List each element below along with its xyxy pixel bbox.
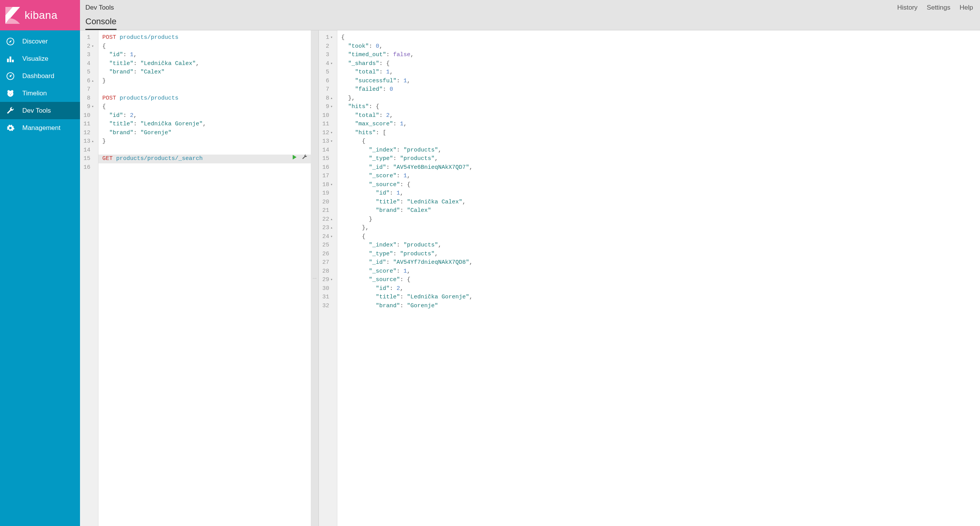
svg-point-5 <box>10 75 11 77</box>
logo[interactable]: kibana <box>0 0 80 30</box>
sidebar-item-dashboard[interactable]: Dashboard <box>0 67 80 85</box>
svg-rect-2 <box>10 57 11 62</box>
request-options-button[interactable] <box>302 154 308 164</box>
svg-point-9 <box>9 93 10 93</box>
help-link[interactable]: Help <box>960 4 973 12</box>
svg-rect-1 <box>7 59 9 62</box>
request-gutter: 12▾3456▴789▾10111213▴141516 <box>80 30 98 526</box>
settings-link[interactable]: Settings <box>927 4 950 12</box>
send-request-button[interactable] <box>292 154 298 164</box>
response-pane: 1▾234▾5678▴9▾101112▾13▾1415161718▾192021… <box>318 30 980 526</box>
sidebar-item-visualize[interactable]: Visualize <box>0 50 80 67</box>
bear-icon <box>5 88 15 98</box>
sidebar-item-label: Discover <box>22 38 48 45</box>
gauge-icon <box>5 71 15 81</box>
sidebar-item-management[interactable]: Management <box>0 119 80 136</box>
sidebar: kibana DiscoverVisualizeDashboardTimelio… <box>0 0 80 526</box>
brand-name: kibana <box>25 9 58 22</box>
kibana-logo-icon <box>5 7 20 24</box>
response-gutter: 1▾234▾5678▴9▾101112▾13▾1415161718▾192021… <box>319 30 337 526</box>
compass-icon <box>5 37 15 47</box>
nav: DiscoverVisualizeDashboardTimelionDev To… <box>0 30 80 136</box>
tab-console[interactable]: Console <box>85 17 117 30</box>
editor-area: 12▾3456▴789▾10111213▴141516 POST product… <box>80 30 980 526</box>
wrench-icon <box>5 106 15 116</box>
sidebar-item-label: Visualize <box>22 55 48 63</box>
svg-rect-3 <box>12 60 14 62</box>
bar-chart-icon <box>5 54 15 64</box>
tabs: Console <box>85 17 117 30</box>
svg-point-11 <box>10 94 11 95</box>
request-pane: 12▾3456▴789▾10111213▴141516 POST product… <box>80 30 311 526</box>
history-link[interactable]: History <box>897 4 918 12</box>
response-viewer[interactable]: { "took": 0, "timed_out": false, "_shard… <box>337 30 980 526</box>
sidebar-item-label: Management <box>22 124 60 132</box>
svg-point-8 <box>8 91 13 97</box>
sidebar-item-timelion[interactable]: Timelion <box>0 85 80 102</box>
main: Dev Tools Console HistorySettingsHelp 12… <box>80 0 980 526</box>
topbar: Dev Tools Console HistorySettingsHelp <box>80 0 980 30</box>
request-editor[interactable]: POST products/products{ "id": 1, "title"… <box>98 30 311 526</box>
top-actions: HistorySettingsHelp <box>897 4 973 12</box>
gear-icon <box>5 123 15 133</box>
sidebar-item-dev-tools[interactable]: Dev Tools <box>0 102 80 119</box>
sidebar-item-label: Dashboard <box>22 72 54 80</box>
breadcrumb: Dev Tools <box>80 0 980 12</box>
pane-splitter[interactable]: ⋮ <box>311 30 318 526</box>
splitter-handle-icon: ⋮ <box>313 276 317 280</box>
sidebar-item-discover[interactable]: Discover <box>0 33 80 50</box>
svg-point-10 <box>11 93 12 93</box>
sidebar-item-label: Timelion <box>22 90 47 97</box>
sidebar-item-label: Dev Tools <box>22 107 51 115</box>
